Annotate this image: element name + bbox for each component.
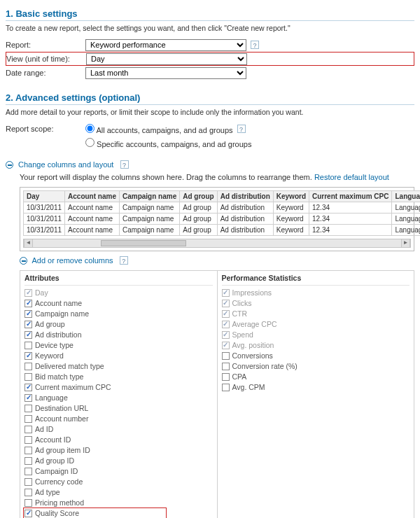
column-checkbox-row[interactable]: Clicks xyxy=(222,298,410,309)
column-checkbox-row[interactable]: CPA xyxy=(222,372,410,382)
column-checkbox[interactable] xyxy=(222,331,230,339)
column-checkbox[interactable] xyxy=(24,342,32,349)
column-checkbox-label: Quality Score xyxy=(35,508,79,518)
column-checkbox-label: Bid match type xyxy=(35,372,83,382)
column-checkbox-row[interactable]: Conversion rate (%) xyxy=(222,361,410,372)
column-checkbox[interactable] xyxy=(24,310,32,318)
table-row[interactable]: 10/31/2011Account nameCampaign nameAd gr… xyxy=(24,202,421,214)
view-select[interactable]: Day xyxy=(86,53,247,65)
restore-layout-link[interactable]: Restore default layout xyxy=(314,173,389,181)
scope-all-radio[interactable]: All accounts, campaigns, and ad groups xyxy=(85,124,233,134)
column-checkbox-row[interactable]: Current maximum CPC xyxy=(24,382,213,393)
scope-specific-radio[interactable]: Specific accounts, campaigns, and ad gro… xyxy=(85,138,251,148)
column-checkbox-row[interactable]: Delivered match type xyxy=(24,361,213,372)
column-checkbox-row[interactable]: Ad ID xyxy=(24,424,213,435)
column-checkbox[interactable] xyxy=(222,300,230,307)
column-checkbox-row[interactable]: Destination URL xyxy=(24,403,213,414)
column-checkbox-row[interactable]: Quality Score xyxy=(24,508,213,518)
column-checkbox[interactable] xyxy=(24,394,32,402)
table-header[interactable]: Language xyxy=(392,191,420,202)
column-checkbox[interactable] xyxy=(24,352,32,360)
column-checkbox-row[interactable]: Ad distribution xyxy=(24,330,213,340)
table-header[interactable]: Current maximum CPC xyxy=(309,191,392,202)
column-checkbox[interactable] xyxy=(24,363,32,370)
column-checkbox[interactable] xyxy=(24,510,32,517)
column-checkbox[interactable] xyxy=(222,310,230,318)
column-checkbox[interactable] xyxy=(24,321,32,328)
column-checkbox-row[interactable]: Account name xyxy=(24,298,213,309)
help-icon[interactable]: ? xyxy=(120,256,128,265)
column-checkbox-row[interactable]: Avg. position xyxy=(222,340,410,351)
scroll-thumb[interactable] xyxy=(101,240,186,246)
table-row[interactable]: 10/31/2011Account nameCampaign nameAd gr… xyxy=(24,214,421,225)
date-range-select[interactable]: Last month xyxy=(85,67,246,79)
column-checkbox[interactable] xyxy=(24,489,32,496)
column-checkbox-row[interactable]: Account number xyxy=(24,414,213,424)
column-checkbox-row[interactable]: Ad group xyxy=(24,319,213,330)
column-checkbox[interactable] xyxy=(24,478,32,486)
column-checkbox-row[interactable]: Account ID xyxy=(24,435,213,445)
column-checkbox-row[interactable]: Pricing method xyxy=(24,498,213,508)
table-header[interactable]: Account name xyxy=(65,191,120,202)
column-checkbox[interactable] xyxy=(24,468,32,475)
help-icon[interactable]: ? xyxy=(120,160,129,169)
collapse-icon[interactable] xyxy=(6,161,13,169)
table-row[interactable]: 10/31/2011Account nameCampaign nameAd gr… xyxy=(24,225,421,236)
column-checkbox-label: Day xyxy=(35,288,48,298)
column-checkbox-row[interactable]: Ad type xyxy=(24,487,213,498)
column-checkbox-label: Ad group item ID xyxy=(35,445,90,456)
scroll-right-arrow[interactable]: ► xyxy=(401,239,410,247)
column-checkbox-row[interactable]: Bid match type xyxy=(24,372,213,382)
scroll-left-arrow[interactable]: ◄ xyxy=(24,239,33,247)
help-icon[interactable]: ? xyxy=(251,41,259,49)
hscroll-track[interactable]: ◄ ► xyxy=(23,239,411,248)
table-header[interactable]: Keyword xyxy=(273,191,309,202)
column-checkbox[interactable] xyxy=(24,457,32,465)
column-checkbox[interactable] xyxy=(24,331,32,339)
column-checkbox[interactable] xyxy=(222,289,230,297)
column-checkbox-row[interactable]: Ad group ID xyxy=(24,456,213,466)
column-checkbox[interactable] xyxy=(24,289,32,297)
column-checkbox-row[interactable]: Currency code xyxy=(24,477,213,487)
column-checkbox[interactable] xyxy=(24,447,32,454)
column-checkbox[interactable] xyxy=(24,373,32,381)
collapse-icon[interactable] xyxy=(20,257,27,265)
column-checkbox-row[interactable]: Spend xyxy=(222,330,410,340)
column-checkbox[interactable] xyxy=(24,405,32,412)
add-remove-columns-link[interactable]: Add or remove columns xyxy=(31,256,113,265)
column-checkbox[interactable] xyxy=(222,363,230,370)
column-checkbox-row[interactable]: Conversions xyxy=(222,351,410,361)
column-checkbox[interactable] xyxy=(222,342,230,349)
column-checkbox[interactable] xyxy=(222,373,230,381)
column-checkbox[interactable] xyxy=(24,415,32,423)
column-checkbox-row[interactable]: Campaign name xyxy=(24,309,213,319)
column-checkbox-row[interactable]: Device type xyxy=(24,340,213,351)
column-checkbox[interactable] xyxy=(24,384,32,391)
report-select[interactable]: Keyword performance xyxy=(85,39,246,51)
change-columns-link[interactable]: Change columns and layout xyxy=(18,160,113,169)
column-checkbox-row[interactable]: Impressions xyxy=(222,288,410,298)
column-checkbox[interactable] xyxy=(24,426,32,433)
column-checkbox[interactable] xyxy=(24,499,32,507)
column-checkbox-row[interactable]: Day xyxy=(24,288,213,298)
column-checkbox-row[interactable]: Campaign ID xyxy=(24,466,213,477)
column-checkbox-row[interactable]: CTR xyxy=(222,309,410,319)
column-checkbox[interactable] xyxy=(24,300,32,307)
column-checkbox-row[interactable]: Average CPC xyxy=(222,319,410,330)
column-checkbox[interactable] xyxy=(222,321,230,328)
column-checkbox[interactable] xyxy=(222,352,230,360)
column-checkbox[interactable] xyxy=(222,384,230,391)
table-header[interactable]: Day xyxy=(24,191,65,202)
table-header[interactable]: Ad group xyxy=(180,191,217,202)
preview-table[interactable]: DayAccount nameCampaign nameAd groupAd d… xyxy=(23,190,420,236)
table-header[interactable]: Campaign name xyxy=(119,191,179,202)
column-checkbox-row[interactable]: Avg. CPM xyxy=(222,382,410,393)
table-header[interactable]: Ad distribution xyxy=(217,191,273,202)
column-checkbox-row[interactable]: Ad group item ID xyxy=(24,445,213,456)
performance-header: Performance Statistics xyxy=(222,273,410,286)
column-checkbox[interactable] xyxy=(24,436,32,444)
column-checkbox-row[interactable]: Language xyxy=(24,393,213,403)
column-checkbox-row[interactable]: Keyword xyxy=(24,351,213,361)
help-icon[interactable]: ? xyxy=(237,125,246,133)
advanced-settings-header: 2. Advanced settings (optional) xyxy=(6,90,414,105)
